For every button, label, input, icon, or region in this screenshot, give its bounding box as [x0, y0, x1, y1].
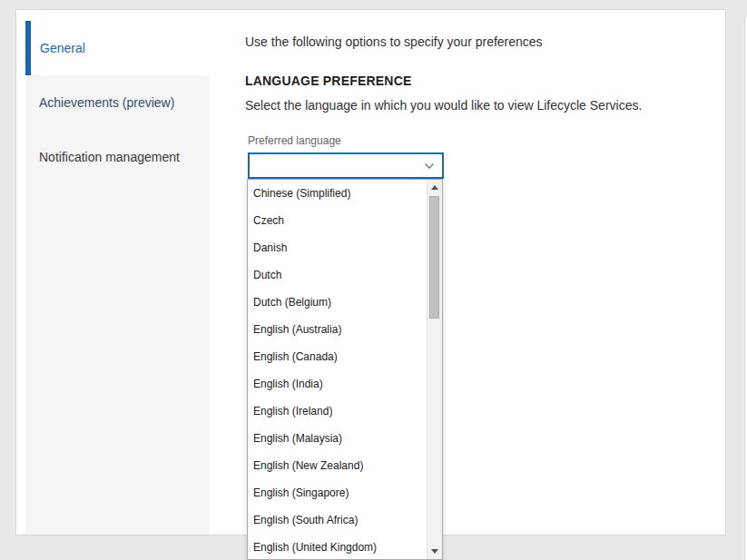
preferred-language-label: Preferred language: [248, 134, 341, 147]
sidebar-item-notification-management-label: Notification management: [39, 150, 180, 164]
language-option-english-united-kingdom[interactable]: English (United Kingdom): [248, 534, 427, 559]
language-preference-description: Select the language in which you would l…: [245, 98, 642, 113]
sidebar-item-general[interactable]: General: [25, 21, 210, 75]
language-option-english-singapore[interactable]: English (Singapore): [248, 479, 427, 506]
scroll-up-button[interactable]: [428, 180, 442, 195]
language-options: Chinese (Simplified) Czech Danish Dutch …: [248, 180, 427, 559]
language-option-english-new-zealand[interactable]: English (New Zealand): [248, 452, 427, 479]
language-option-english-canada[interactable]: English (Canada): [248, 343, 427, 370]
scroll-down-button[interactable]: [428, 544, 442, 559]
scrollbar-thumb[interactable]: [429, 196, 439, 319]
dropdown-scrollbar[interactable]: [427, 180, 442, 559]
language-option-english-malaysia[interactable]: English (Malaysia): [248, 425, 427, 452]
triangle-down-icon: [431, 549, 438, 554]
language-option-chinese-simplified[interactable]: Chinese (Simplified): [248, 180, 427, 207]
sidebar-item-general-label: General: [40, 41, 85, 55]
preferred-language-select[interactable]: [248, 152, 444, 179]
preferences-intro-text: Use the following options to specify you…: [245, 34, 543, 49]
sidebar-item-achievements[interactable]: Achievements (preview): [25, 75, 210, 130]
language-option-dutch-belgium[interactable]: Dutch (Belgium): [248, 289, 427, 316]
language-option-czech[interactable]: Czech: [248, 207, 427, 234]
language-option-english-india[interactable]: English (India): [248, 370, 427, 398]
triangle-up-icon: [431, 185, 438, 190]
preferences-sidebar: General Achievements (preview) Notificat…: [25, 21, 210, 535]
language-option-english-australia[interactable]: English (Australia): [248, 316, 427, 343]
sidebar-item-notification-management[interactable]: Notification management: [25, 130, 210, 184]
sidebar-item-achievements-label: Achievements (preview): [39, 95, 174, 110]
language-option-danish[interactable]: Danish: [248, 234, 427, 261]
preferences-screen: General Achievements (preview) Notificat…: [0, 0, 747, 560]
language-preference-heading: LANGUAGE PREFERENCE: [245, 74, 411, 88]
language-option-dutch[interactable]: Dutch: [248, 261, 427, 289]
language-option-english-south-africa[interactable]: English (South Africa): [248, 506, 427, 534]
chevron-down-icon: [424, 162, 435, 170]
language-dropdown-list: Chinese (Simplified) Czech Danish Dutch …: [247, 179, 443, 560]
language-option-english-ireland[interactable]: English (Ireland): [248, 398, 427, 425]
